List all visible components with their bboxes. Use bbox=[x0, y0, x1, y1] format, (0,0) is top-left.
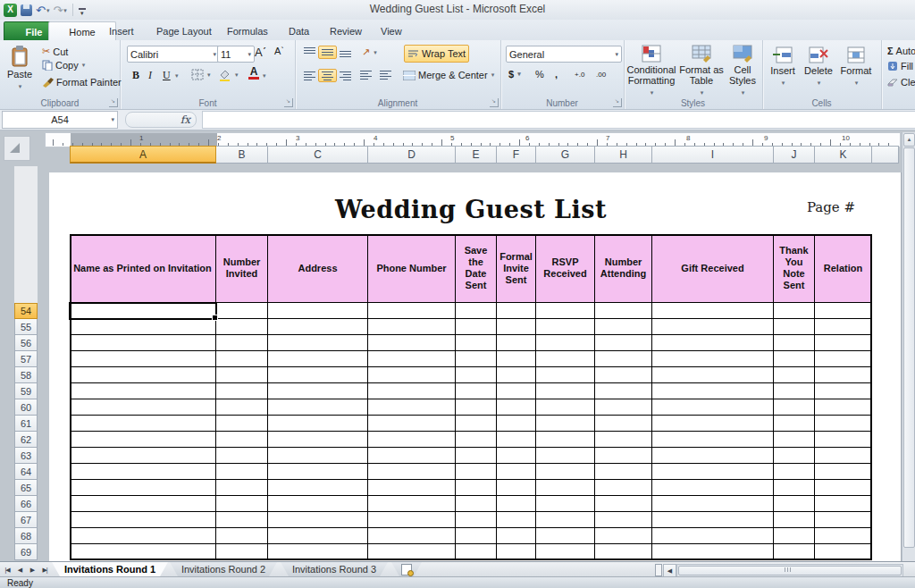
grid-cell-C54[interactable] bbox=[268, 303, 368, 319]
grid-cell-H69[interactable] bbox=[595, 544, 652, 560]
grid-cell-D54[interactable] bbox=[368, 303, 456, 319]
grid-cell-G57[interactable] bbox=[536, 351, 595, 367]
row-header-69[interactable]: 69 bbox=[14, 544, 38, 560]
grid-cell-A65[interactable] bbox=[70, 480, 216, 496]
grid-cell-G69[interactable] bbox=[536, 544, 595, 560]
grid-cell-D67[interactable] bbox=[368, 512, 456, 528]
table-header-cell[interactable]: Number Invited bbox=[216, 234, 268, 303]
column-header-B[interactable]: B bbox=[216, 146, 268, 164]
grid-cell-F62[interactable] bbox=[497, 432, 536, 448]
merge-center-button[interactable]: Merge & Center▾ bbox=[400, 69, 497, 81]
borders-button[interactable]: ▾ bbox=[189, 68, 214, 81]
row-header-58[interactable]: 58 bbox=[14, 367, 38, 383]
grid-cell-B57[interactable] bbox=[216, 351, 268, 367]
percent-button[interactable]: % bbox=[533, 68, 547, 80]
grid-cell-I65[interactable] bbox=[652, 480, 774, 496]
grid-cell-A68[interactable] bbox=[70, 528, 216, 544]
grid-cell-B55[interactable] bbox=[216, 319, 268, 335]
grid-cell-B64[interactable] bbox=[216, 464, 268, 480]
align-right-button[interactable] bbox=[336, 69, 355, 82]
grid-cell-G65[interactable] bbox=[536, 480, 595, 496]
grid-cell-H68[interactable] bbox=[595, 528, 652, 544]
grid-cell-B59[interactable] bbox=[216, 383, 268, 399]
row-header-67[interactable]: 67 bbox=[14, 512, 38, 528]
grid-cell-B60[interactable] bbox=[216, 399, 268, 416]
grid-cell-G54[interactable] bbox=[536, 303, 595, 319]
grid-cell-C58[interactable] bbox=[268, 367, 368, 383]
grid-cell-J57[interactable] bbox=[774, 351, 815, 367]
grow-font-button[interactable]: Aˊ bbox=[252, 45, 269, 60]
grid-cell-J65[interactable] bbox=[774, 480, 815, 496]
grid-cell-C63[interactable] bbox=[268, 448, 368, 464]
font-dialog-launcher[interactable]: ↘ bbox=[284, 98, 293, 107]
column-header-H[interactable]: H bbox=[595, 146, 652, 164]
grid-cell-A67[interactable] bbox=[70, 512, 216, 528]
grid-cell-K62[interactable] bbox=[815, 432, 872, 448]
insert-function-button[interactable]: fx bbox=[125, 112, 197, 128]
column-header-J[interactable]: J bbox=[774, 146, 815, 164]
alignment-dialog-launcher[interactable]: ↘ bbox=[490, 98, 499, 107]
grid-cell-B69[interactable] bbox=[216, 544, 268, 560]
grid-cell-F65[interactable] bbox=[497, 480, 536, 496]
grid-cell-A61[interactable] bbox=[70, 416, 216, 432]
cut-button[interactable]: ✂Cut bbox=[39, 45, 71, 58]
grid-cell-I59[interactable] bbox=[652, 383, 774, 399]
grid-cell-I64[interactable] bbox=[652, 464, 774, 480]
grid-cell-J56[interactable] bbox=[774, 335, 815, 351]
grid-cell-K66[interactable] bbox=[815, 496, 872, 512]
align-center-button[interactable] bbox=[318, 69, 337, 82]
sheet-tab-invitations-round-3[interactable]: Invitations Round 3 bbox=[281, 562, 388, 576]
grid-cell-G66[interactable] bbox=[536, 496, 595, 512]
comma-button[interactable]: , bbox=[552, 68, 560, 80]
align-middle-button[interactable] bbox=[318, 46, 337, 59]
grid-cell-I66[interactable] bbox=[652, 496, 774, 512]
grid-cell-H58[interactable] bbox=[595, 367, 652, 383]
grid-cell-G64[interactable] bbox=[536, 464, 595, 480]
grid-cell-K60[interactable] bbox=[815, 399, 872, 416]
grid-cell-I56[interactable] bbox=[652, 335, 774, 351]
grid-cell-H64[interactable] bbox=[595, 464, 652, 480]
grid-cell-I67[interactable] bbox=[652, 512, 774, 528]
grid-cell-C69[interactable] bbox=[268, 544, 368, 560]
grid-cell-I58[interactable] bbox=[652, 367, 774, 383]
grid-cell-A69[interactable] bbox=[70, 544, 216, 560]
table-header-cell[interactable]: Relation bbox=[815, 234, 872, 303]
table-header-cell[interactable]: Number Attending bbox=[595, 234, 652, 303]
column-header-I[interactable]: I bbox=[652, 146, 774, 164]
paste-button[interactable]: Paste▾ bbox=[4, 43, 36, 97]
grid-cell-F69[interactable] bbox=[497, 544, 536, 560]
grid-cell-K67[interactable] bbox=[815, 512, 872, 528]
decrease-decimal-button[interactable]: .00 bbox=[593, 70, 609, 80]
grid-cell-C64[interactable] bbox=[268, 464, 368, 480]
grid-cell-F59[interactable] bbox=[497, 383, 536, 399]
grid-cell-K69[interactable] bbox=[815, 544, 872, 560]
insert-worksheet-button[interactable] bbox=[391, 562, 422, 576]
last-sheet-button[interactable]: ▶| bbox=[39, 564, 50, 575]
row-header-59[interactable]: 59 bbox=[14, 383, 38, 399]
grid-cell-K56[interactable] bbox=[815, 335, 872, 351]
grid-cell-J67[interactable] bbox=[774, 512, 815, 528]
grid-cell-C61[interactable] bbox=[268, 416, 368, 432]
scroll-left-button[interactable]: ◀ bbox=[663, 564, 676, 577]
grid-cell-D57[interactable] bbox=[368, 351, 456, 367]
format-painter-button[interactable]: Format Painter bbox=[39, 76, 124, 88]
grid-cell-B58[interactable] bbox=[216, 367, 268, 383]
row-header-68[interactable]: 68 bbox=[14, 528, 38, 544]
grid-cell-E66[interactable] bbox=[456, 496, 497, 512]
grid-cell-A57[interactable] bbox=[70, 351, 216, 367]
grid-cell-E61[interactable] bbox=[456, 416, 497, 432]
name-box[interactable]: A54▾ bbox=[2, 111, 118, 129]
grid-cell-H60[interactable] bbox=[595, 399, 652, 416]
grid-cell-A55[interactable] bbox=[70, 319, 216, 335]
grid-cell-J58[interactable] bbox=[774, 367, 815, 383]
grid-cell-B65[interactable] bbox=[216, 480, 268, 496]
grid-cell-H67[interactable] bbox=[595, 512, 652, 528]
italic-button[interactable]: I bbox=[146, 68, 155, 83]
row-header-66[interactable]: 66 bbox=[14, 496, 38, 512]
grid-cell-A63[interactable] bbox=[70, 448, 216, 464]
grid-cell-C57[interactable] bbox=[268, 351, 368, 367]
row-header-65[interactable]: 65 bbox=[14, 480, 38, 496]
grid-cell-A60[interactable] bbox=[70, 399, 216, 416]
grid-cell-J64[interactable] bbox=[774, 464, 815, 480]
grid-cell-F57[interactable] bbox=[497, 351, 536, 367]
